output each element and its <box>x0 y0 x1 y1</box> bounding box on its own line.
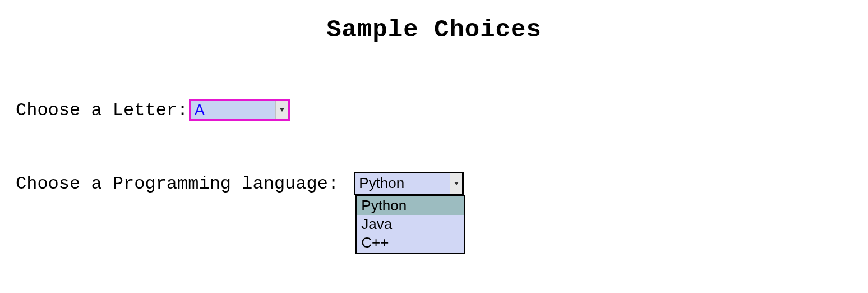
letter-combobox-value: A <box>191 101 275 119</box>
letter-combobox-button[interactable] <box>275 101 288 119</box>
chevron-down-icon <box>454 182 459 185</box>
language-row: Choose a Programming language: Python Py… <box>16 172 868 195</box>
letter-combobox[interactable]: A <box>189 99 290 121</box>
language-option-python[interactable]: Python <box>357 196 464 215</box>
language-option-cpp[interactable]: C++ <box>357 234 464 252</box>
page-title: Sample Choices <box>0 16 868 44</box>
language-dropdown: Python Java C++ <box>355 195 465 254</box>
language-option-java[interactable]: Java <box>357 215 464 234</box>
language-label: Choose a Programming language: <box>16 173 349 194</box>
language-combobox-value: Python <box>355 173 450 194</box>
letter-row: Choose a Letter: A <box>16 99 868 121</box>
letter-label: Choose a Letter: <box>16 100 188 121</box>
language-combobox-button[interactable] <box>450 173 462 194</box>
chevron-down-icon <box>280 108 284 112</box>
language-combobox[interactable]: Python Python Java C++ <box>354 172 464 195</box>
